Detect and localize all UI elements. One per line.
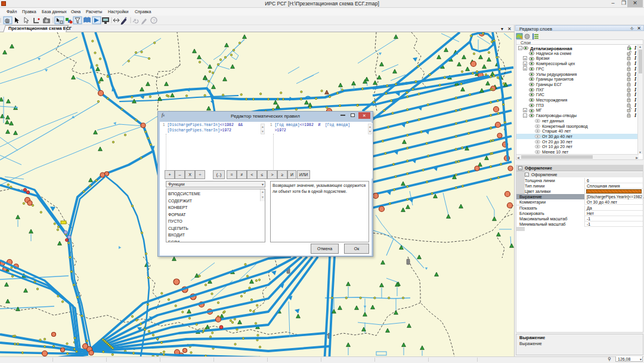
svg-text:?: ? xyxy=(153,18,156,23)
